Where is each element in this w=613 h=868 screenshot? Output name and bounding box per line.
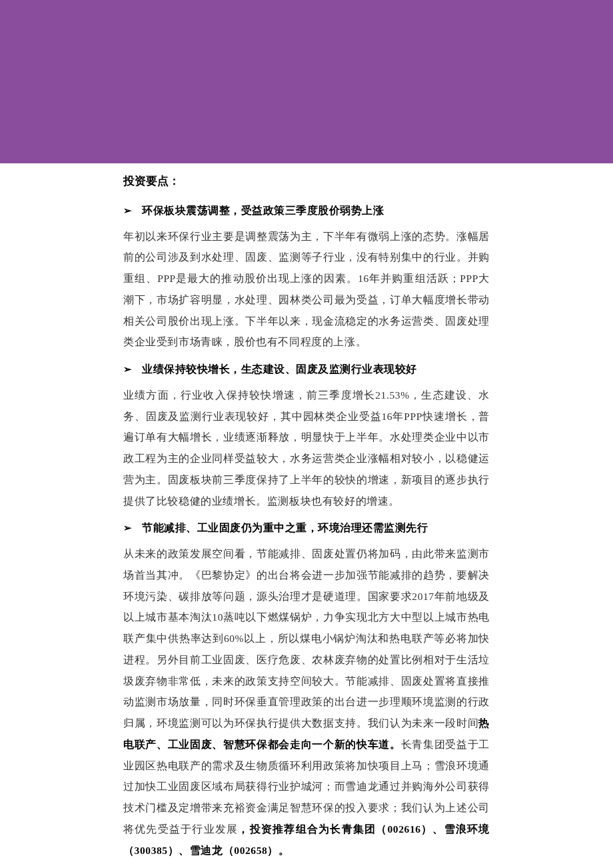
section-2-body: 业绩方面，行业收入保持较快增速，前三季度增长21.53%，生态建设、水务、固废及… bbox=[123, 385, 490, 512]
section-2-heading-row: ➢ 业绩保持较快增长，生态建设、固废及监测行业表现较好 bbox=[123, 361, 490, 378]
bullet-icon: ➢ bbox=[123, 363, 133, 375]
section-3-heading-row: ➢ 节能减排、工业固废仍为重中之重，环境治理还需监测先行 bbox=[123, 519, 490, 537]
section-3: ➢ 节能减排、工业固废仍为重中之重，环境治理还需监测先行 从未来的政策发展空间看… bbox=[123, 519, 490, 861]
section-2: ➢ 业绩保持较快增长，生态建设、固废及监测行业表现较好 业绩方面，行业收入保持较… bbox=[123, 361, 490, 511]
section-3-body: 从未来的政策发展空间看，节能减排、固废处置仍将加码，由此带来监测市场首当其冲。《… bbox=[123, 543, 490, 861]
section-3-heading: 节能减排、工业固废仍为重中之重，环境治理还需监测先行 bbox=[142, 519, 428, 537]
section-2-heading: 业绩保持较快增长，生态建设、固废及监测行业表现较好 bbox=[142, 361, 417, 378]
main-title: 投资要点： bbox=[123, 173, 490, 189]
section-1-heading: 环保板块震荡调整，受益政策三季度股价弱势上涨 bbox=[142, 202, 384, 219]
section-1-body: 年初以来环保行业主要是调整震荡为主，下半年有微弱上涨的态势。涨幅居前的公司涉及到… bbox=[123, 226, 490, 353]
section-1-heading-row: ➢ 环保板块震荡调整，受益政策三季度股价弱势上涨 bbox=[123, 202, 490, 219]
section-3-body-mid: 长青集团受益于工业园区热电联产的需求及生物质循环利用政策将加快项目上马；雪浪环境… bbox=[123, 739, 490, 835]
section-3-body-pre: 从未来的政策发展空间看，节能减排、固废处置仍将加码，由此带来监测市场首当其冲。《… bbox=[123, 548, 490, 729]
bullet-icon: ➢ bbox=[123, 522, 133, 534]
bullet-icon: ➢ bbox=[123, 205, 133, 217]
report-content: 投资要点： ➢ 环保板块震荡调整，受益政策三季度股价弱势上涨 年初以来环保行业主… bbox=[0, 163, 613, 868]
header-banner bbox=[0, 0, 613, 163]
section-1: ➢ 环保板块震荡调整，受益政策三季度股价弱势上涨 年初以来环保行业主要是调整震荡… bbox=[123, 202, 490, 353]
